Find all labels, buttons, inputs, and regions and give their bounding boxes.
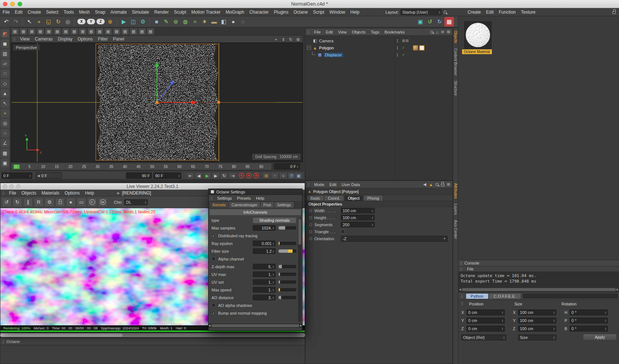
collapse-icon[interactable]: −: [307, 46, 311, 50]
field-spinner-icon[interactable]: [273, 288, 274, 291]
points-mode-icon[interactable]: ∷: [1, 69, 9, 78]
focus-picker-icon[interactable]: F: [87, 198, 97, 207]
lv-menu-file[interactable]: File: [7, 190, 19, 196]
material-name-label[interactable]: Octane Material: [462, 49, 492, 54]
menu-plugins[interactable]: Plugins: [271, 8, 291, 16]
checkbox-distributed-ray-tracing[interactable]: ✓: [211, 234, 216, 238]
dynamic-guide-icon[interactable]: ▦: [121, 28, 129, 35]
add-primitive-icon[interactable]: ■: [152, 17, 161, 27]
object-row-camera[interactable]: ◧Camera⊠⊠: [305, 37, 452, 44]
size-y-field[interactable]: 100 cm: [518, 318, 556, 323]
intersection-snap-icon[interactable]: ▦: [87, 28, 95, 35]
field-spinner-icon[interactable]: [605, 327, 606, 330]
om-menu-tags[interactable]: Tags: [368, 28, 382, 35]
polygon-snap-icon[interactable]: ▦: [62, 28, 70, 35]
menu-file[interactable]: File: [0, 8, 12, 16]
workplane-mode-icon[interactable]: ▱: [1, 59, 9, 68]
edges-mode-icon[interactable]: ◇: [1, 79, 9, 88]
attr-menu-user-data[interactable]: User Data: [339, 181, 363, 188]
om-add-icon[interactable]: ⊞: [447, 29, 450, 34]
enable-axis-icon[interactable]: +: [1, 109, 9, 118]
attr-tab-object[interactable]: Object: [345, 196, 363, 201]
texture-axis-icon[interactable]: ▩: [1, 149, 9, 157]
channel-dropdown[interactable]: DL: [124, 199, 148, 205]
edge-snap-icon[interactable]: ▦: [53, 28, 61, 35]
record-position-icon[interactable]: [246, 173, 252, 178]
goto-start-icon[interactable]: ⇤: [186, 172, 194, 179]
menu-octane[interactable]: Octane: [291, 8, 311, 16]
workplane-lock-icon[interactable]: ▣: [1, 159, 9, 167]
menu-mesh[interactable]: Mesh: [76, 8, 92, 16]
field-spinner-icon[interactable]: [605, 311, 606, 314]
field-spinner-icon[interactable]: [273, 227, 274, 230]
attr-panel-icon[interactable]: ⊞: [447, 182, 450, 187]
slider-z-depth-max[interactable]: [279, 265, 296, 268]
menu-motion-tracker[interactable]: Motion Tracker: [189, 8, 223, 16]
menu-character[interactable]: Character: [247, 8, 272, 16]
scale-tool-icon[interactable]: ◱: [44, 17, 53, 27]
record-parameters-icon[interactable]: [253, 173, 259, 178]
vertex-snap-icon[interactable]: ▦: [45, 28, 53, 35]
object-row-polygon[interactable]: −▲Polygon✓: [305, 44, 452, 51]
field-spinner-icon[interactable]: [502, 327, 503, 330]
checkbox-bump-and-normal-mapping[interactable]: ✓: [211, 311, 216, 315]
scrollbar-thumb[interactable]: [211, 324, 299, 327]
checkbox-triangle[interactable]: [341, 230, 345, 234]
size-mode-dropdown[interactable]: Size: [518, 335, 556, 340]
field-spinner-icon[interactable]: [605, 319, 606, 322]
workplane-align-icon[interactable]: ▦: [147, 28, 154, 35]
field-max-samples[interactable]: 1024.: [253, 225, 276, 231]
field-spinner-icon[interactable]: [372, 223, 373, 226]
slider-ao-distance[interactable]: [279, 296, 296, 299]
quantize-icon[interactable]: ∠: [1, 139, 9, 147]
panel-tab-axis-center[interactable]: Axis Center: [453, 217, 458, 242]
object-name[interactable]: Polygon: [319, 46, 334, 50]
interactive-render-region-icon[interactable]: ▣: [416, 17, 425, 27]
lock-x-axis-icon[interactable]: X: [77, 19, 85, 24]
lv-menu-options[interactable]: Options: [62, 190, 82, 196]
attr-tab-basic[interactable]: Basic: [307, 196, 324, 201]
axis-center-handle[interactable]: [155, 101, 158, 104]
enable-toggle-icon[interactable]: ✓: [402, 46, 405, 50]
field-spinner-icon[interactable]: [553, 311, 555, 314]
object-properties-section[interactable]: Object Properties: [305, 201, 452, 207]
scroll-right-icon[interactable]: ▶: [300, 324, 302, 327]
attr-tab-phong[interactable]: Phong: [364, 196, 382, 201]
material-menu-texture[interactable]: Texture: [518, 8, 538, 16]
material-menu-function[interactable]: Function: [496, 8, 518, 16]
om-menu-view[interactable]: View: [335, 28, 349, 35]
position-z-field[interactable]: 0 cm: [466, 326, 505, 332]
keyframe-circle-icon[interactable]: [309, 216, 312, 219]
live-selection-icon[interactable]: ↖: [25, 17, 34, 27]
material-picker-icon[interactable]: M: [98, 198, 108, 207]
lock-z-axis-icon[interactable]: Z: [97, 19, 105, 24]
menu-mograph[interactable]: MoGraph: [223, 8, 247, 16]
octane-tab-cameraimager[interactable]: CameraImager: [229, 202, 260, 208]
lv-menu-objects[interactable]: Objects: [19, 190, 39, 196]
create-camera-icon[interactable]: ◧: [219, 17, 228, 27]
field-width[interactable]: 100 cm: [341, 208, 375, 213]
menu-animate[interactable]: Animate: [108, 8, 129, 16]
scrollbar-thumb[interactable]: [462, 288, 615, 291]
tweak-mode-icon[interactable]: ↖: [1, 99, 9, 108]
lv-menu-materials[interactable]: Materials: [39, 190, 62, 196]
grid-point-snap-icon[interactable]: ▦: [28, 28, 36, 35]
prev-marker-icon[interactable]: ◀: [37, 174, 40, 178]
om-menu-file[interactable]: File: [312, 28, 324, 35]
make-preview-icon[interactable]: ▣: [295, 172, 302, 179]
attr-menu-mode[interactable]: Mode: [312, 181, 327, 188]
visibility-dots-icon[interactable]: [397, 39, 398, 42]
viewport-canvas[interactable]: Y X Perspective Grid Spacing : 100000 cm: [11, 43, 303, 162]
slider-uv-max[interactable]: [279, 273, 296, 276]
panel-tab-structure[interactable]: Structure: [453, 78, 458, 98]
wireframe-mode-icon[interactable]: ◌: [238, 17, 248, 27]
lv-menu-help[interactable]: Help: [83, 190, 97, 196]
menu-tools[interactable]: Tools: [61, 8, 76, 16]
octane-tab-kernels[interactable]: Kernels: [210, 202, 228, 208]
range-start-field[interactable]: 0 F: [1, 172, 32, 179]
menu-help[interactable]: Help: [348, 8, 362, 16]
midpoint-snap-icon[interactable]: ▦: [96, 28, 104, 35]
attr-tab-coord[interactable]: Coord.: [325, 196, 343, 201]
field-z-depth-max[interactable]: 5.: [253, 264, 276, 269]
field-height[interactable]: 100 cm: [341, 215, 375, 220]
